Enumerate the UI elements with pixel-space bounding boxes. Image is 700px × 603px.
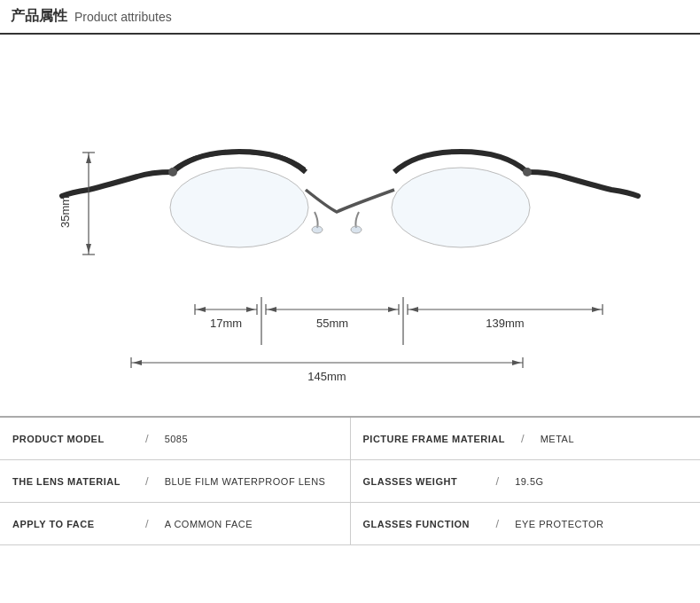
spec-label-left-0: PRODUCT MODEL bbox=[0, 425, 142, 453]
svg-text:35mm: 35mm bbox=[58, 196, 72, 228]
specs-right-0: PICTURE FRAME MATERIAL / METAL bbox=[351, 418, 701, 459]
diagram-area: 35mm 17mm 55mm 139mm 145mm bbox=[0, 35, 700, 416]
spec-value-left-1: BLUE FILM WATERPROOF LENS bbox=[152, 467, 350, 496]
svg-text:139mm: 139mm bbox=[486, 317, 524, 330]
specs-left-1: THE LENS MATERIAL / BLUE FILM WATERPROOF… bbox=[0, 460, 350, 502]
spec-value-left-0: 5085 bbox=[152, 425, 350, 453]
svg-marker-30 bbox=[592, 307, 601, 312]
svg-marker-29 bbox=[409, 307, 418, 312]
spec-value-right-0: METAL bbox=[528, 425, 700, 453]
svg-point-2 bbox=[168, 168, 177, 176]
specs-right-2: GLASSES FUNCTION / EYE PROTECTOR bbox=[351, 503, 701, 544]
header: 产品属性 Product attributes bbox=[0, 0, 700, 35]
specs-row: THE LENS MATERIAL / BLUE FILM WATERPROOF… bbox=[0, 460, 700, 503]
svg-point-5 bbox=[351, 226, 362, 233]
spec-sep-left-0: / bbox=[142, 423, 152, 454]
svg-point-0 bbox=[170, 168, 308, 247]
svg-marker-36 bbox=[512, 360, 521, 365]
svg-text:145mm: 145mm bbox=[307, 370, 346, 383]
svg-text:17mm: 17mm bbox=[210, 317, 242, 330]
svg-marker-16 bbox=[246, 307, 255, 312]
specs-left-0: PRODUCT MODEL / 5085 bbox=[0, 418, 350, 459]
svg-marker-10 bbox=[86, 244, 91, 253]
spec-value-left-2: A COMMON FACE bbox=[152, 510, 350, 538]
svg-marker-22 bbox=[268, 307, 276, 312]
specs-left-2: APPLY TO FACE / A COMMON FACE bbox=[0, 503, 350, 544]
svg-point-1 bbox=[392, 168, 530, 247]
spec-label-right-2: GLASSES FUNCTION bbox=[351, 510, 493, 538]
svg-text:55mm: 55mm bbox=[316, 317, 348, 330]
spec-sep-right-2: / bbox=[493, 508, 503, 539]
spec-value-right-2: EYE PROTECTOR bbox=[502, 510, 700, 538]
header-title-en: Product attributes bbox=[74, 10, 172, 24]
spec-label-right-0: PICTURE FRAME MATERIAL bbox=[351, 425, 518, 453]
spec-label-left-1: THE LENS MATERIAL bbox=[0, 467, 142, 496]
svg-marker-9 bbox=[86, 154, 91, 163]
svg-point-3 bbox=[523, 168, 532, 176]
specs-row: PRODUCT MODEL / 5085 PICTURE FRAME MATER… bbox=[0, 418, 700, 460]
header-title-cn: 产品属性 bbox=[11, 7, 67, 26]
svg-marker-15 bbox=[197, 307, 206, 312]
spec-label-left-2: APPLY TO FACE bbox=[0, 510, 142, 538]
spec-sep-left-2: / bbox=[142, 508, 152, 539]
specs-table: PRODUCT MODEL / 5085 PICTURE FRAME MATER… bbox=[0, 416, 700, 545]
glasses-diagram: 35mm 17mm 55mm 139mm 145mm bbox=[0, 35, 700, 416]
svg-point-4 bbox=[312, 226, 323, 233]
specs-row: APPLY TO FACE / A COMMON FACE GLASSES FU… bbox=[0, 503, 700, 545]
specs-right-1: GLASSES WEIGHT / 19.5G bbox=[351, 460, 701, 502]
svg-marker-35 bbox=[133, 360, 142, 365]
spec-value-right-1: 19.5G bbox=[502, 467, 700, 496]
spec-label-right-1: GLASSES WEIGHT bbox=[351, 467, 493, 496]
spec-sep-right-0: / bbox=[517, 423, 528, 454]
spec-sep-left-1: / bbox=[142, 466, 152, 497]
svg-marker-23 bbox=[388, 307, 397, 312]
spec-sep-right-1: / bbox=[493, 466, 503, 497]
